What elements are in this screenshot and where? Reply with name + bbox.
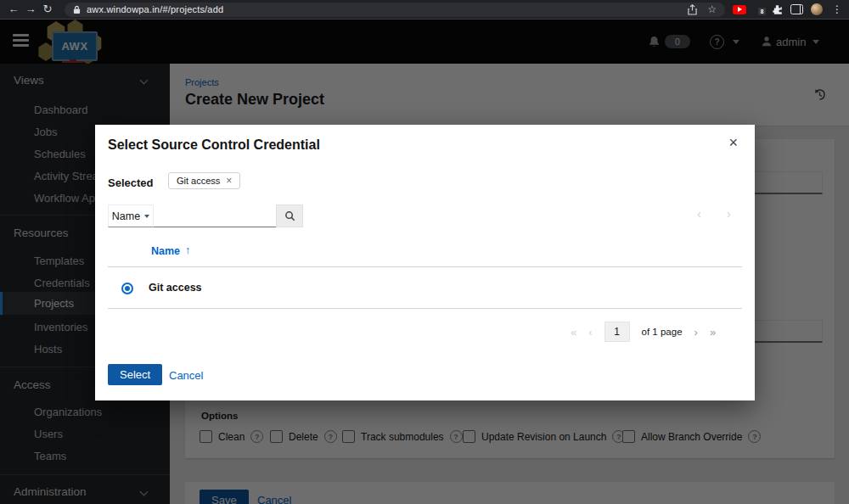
extensions-puzzle-icon[interactable] [772, 4, 783, 15]
chevron-down-icon [144, 215, 149, 218]
url-text: awx.windowpa.in/#/projects/add [87, 4, 223, 14]
filter-key-dropdown[interactable]: Name [108, 204, 154, 227]
selected-label: Selected [108, 176, 153, 189]
url-bar[interactable]: awx.windowpa.in/#/projects/add ☆ [65, 3, 725, 17]
selected-chip: Git access × [168, 172, 240, 189]
side-panel-icon[interactable] [790, 4, 803, 14]
pagination-first-icon[interactable]: « [571, 326, 576, 339]
page-number-input[interactable]: 1 [604, 322, 630, 342]
reload-icon[interactable]: ↻ [39, 0, 56, 19]
row-radio-selected[interactable] [121, 283, 133, 294]
bookmark-star-icon[interactable]: ☆ [707, 4, 717, 14]
page-count-label: of 1 page [642, 327, 683, 337]
search-button[interactable] [276, 204, 303, 227]
screen: ← → ↻ awx.windowpa.in/#/projects/add ☆ 8… [0, 0, 849, 504]
pagination-prev-icon[interactable]: ‹ [697, 207, 701, 221]
shield-badge: 8 [757, 7, 767, 16]
select-button[interactable]: Select [108, 364, 162, 385]
column-header-name[interactable]: Name [151, 245, 180, 257]
close-icon[interactable]: × [728, 135, 738, 150]
filter-key-label: Name [112, 210, 140, 222]
pagination-next-icon[interactable]: › [694, 326, 698, 339]
sort-ascending-icon[interactable]: ↑ [185, 244, 190, 256]
browser-toolbar: ← → ↻ awx.windowpa.in/#/projects/add ☆ 8… [0, 0, 849, 20]
search-input[interactable] [154, 204, 276, 227]
browser-profile-avatar[interactable] [811, 3, 823, 15]
extension-area: 8 ⋮ [733, 0, 842, 19]
browser-menu-icon[interactable]: ⋮ [832, 0, 842, 19]
chip-label: Git access [177, 176, 220, 186]
select-credential-modal: Select Source Control Credential × Selec… [95, 125, 755, 400]
lock-icon [73, 5, 81, 14]
chip-remove-icon[interactable]: × [226, 176, 232, 186]
search-icon [284, 210, 295, 221]
forward-icon[interactable]: → [22, 0, 39, 19]
divider [108, 266, 742, 267]
modal-cancel-button[interactable]: Cancel [169, 369, 203, 382]
share-icon[interactable] [688, 4, 697, 15]
pagination-prev-icon[interactable]: ‹ [588, 326, 592, 339]
pagination-last-icon[interactable]: » [710, 326, 716, 339]
modal-title: Select Source Control Credential [108, 137, 320, 153]
youtube-extension-icon[interactable] [733, 5, 746, 14]
back-icon[interactable]: ← [5, 0, 22, 19]
pagination-next-icon[interactable]: › [727, 207, 731, 221]
divider [108, 308, 742, 309]
pagination: « ‹ 1 of 1 page › » [571, 322, 716, 342]
credential-row-git-access[interactable]: Git access [149, 282, 202, 294]
password-manager-extension-icon[interactable]: 8 [754, 3, 764, 15]
